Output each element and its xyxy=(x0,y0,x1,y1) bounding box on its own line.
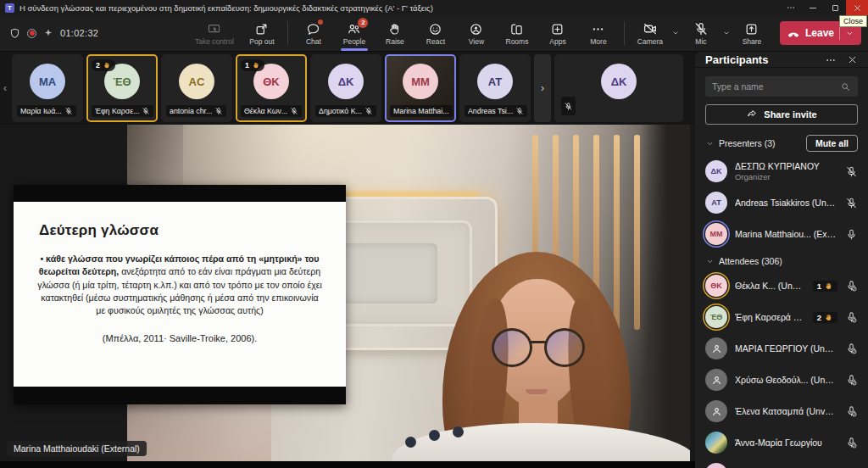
attendee-row[interactable]: AC adamos christophi... (External) xyxy=(705,462,858,468)
take-control-icon xyxy=(207,22,221,36)
mic-off-icon xyxy=(290,107,298,115)
presenter-row[interactable]: ΔΚ ΔΕΣΠΩ ΚΥΠΡΙΑΝΟΥ Organizer xyxy=(705,159,858,183)
glasses xyxy=(492,328,532,367)
maximize-button[interactable] xyxy=(824,0,846,15)
person-icon xyxy=(710,343,723,355)
more-dots-icon xyxy=(786,3,796,13)
mic-disabled-button[interactable] xyxy=(845,341,858,356)
view-button[interactable]: View xyxy=(457,15,496,51)
avatar: MA xyxy=(30,64,65,99)
camera-options-chevron[interactable] xyxy=(670,15,682,51)
share-button[interactable]: Share xyxy=(732,15,771,51)
take-control-button[interactable]: Take control xyxy=(188,15,241,51)
react-icon xyxy=(428,22,442,36)
participant-search[interactable] xyxy=(705,76,858,97)
avatar xyxy=(705,400,727,422)
mic-off-icon xyxy=(515,107,524,115)
mic-disabled-button[interactable] xyxy=(845,404,858,419)
tile-name: Δημοτικό Κ... xyxy=(319,107,362,115)
raise-hand-icon xyxy=(387,22,402,36)
mic-deny-icon xyxy=(845,280,858,292)
tile-despo-large[interactable]: ΔΚ xyxy=(554,54,683,122)
mic-off-icon xyxy=(214,107,223,115)
filmstrip-next-button[interactable]: › xyxy=(534,54,551,122)
mic-off-button[interactable] xyxy=(845,164,858,179)
shield-icon xyxy=(8,27,21,40)
mute-all-button[interactable]: Mute all xyxy=(806,135,858,152)
apps-icon xyxy=(550,22,565,36)
more-dots-icon xyxy=(825,54,837,66)
main-video-stage: Δεύτερη γλώσσα • κάθε γλώσσα που γνωρίζε… xyxy=(0,125,695,461)
people-button[interactable]: 2 People xyxy=(335,15,374,51)
slide-citation: (Μπέλλα, 2011· Saville-Troike, 2006). xyxy=(36,333,324,343)
participants-more-button[interactable] xyxy=(825,52,837,67)
pop-out-label: Pop out xyxy=(249,37,274,46)
mic-options-chevron[interactable] xyxy=(721,15,732,51)
attendee-row[interactable]: ΘΚ Θέκλα Κ... (Unverified) 1 xyxy=(705,274,858,298)
participants-title: Participants xyxy=(705,53,815,66)
close-button[interactable] xyxy=(846,0,868,15)
tile-thekla[interactable]: 1 ΘΚ Θέκλα Κων... xyxy=(236,54,307,122)
share-invite-label: Share invite xyxy=(764,109,816,120)
share-invite-button[interactable]: Share invite xyxy=(705,104,858,125)
tile-andreas[interactable]: AT Andreas Tsi... xyxy=(459,54,531,122)
avatar: AT xyxy=(705,192,727,214)
tile-dimotiko[interactable]: ΔΚ Δημοτικό Κ... xyxy=(310,54,381,122)
avatar: ΔΚ xyxy=(601,64,637,99)
react-button[interactable]: React xyxy=(416,15,455,51)
title-bar: T Η σύνδεση γλώσσας και περιεχομένου στη… xyxy=(0,0,868,15)
hand-icon xyxy=(252,61,260,70)
chevron-down-icon xyxy=(671,29,680,37)
filmstrip-prev-button[interactable]: ‹ xyxy=(2,63,8,114)
camera-button[interactable]: Camera xyxy=(631,15,670,51)
search-input[interactable] xyxy=(712,81,840,92)
attendee-row[interactable]: Άννα-Μαρία Γεωργίου xyxy=(705,431,858,454)
mic-on-button[interactable] xyxy=(845,226,858,242)
titlebar-more-button[interactable] xyxy=(780,0,802,15)
meeting-timer: 01:02:32 xyxy=(60,28,98,38)
close-icon xyxy=(853,3,862,13)
apps-button[interactable]: Apps xyxy=(538,15,577,51)
mic-off-button[interactable] xyxy=(845,195,858,210)
attendee-row[interactable]: Χρύσω Θεοδούλ... (Unverified) xyxy=(705,368,858,392)
presenter-row[interactable]: AT Andreas Tsiakkiros (Unverified) xyxy=(705,191,858,214)
mic-disabled-button[interactable] xyxy=(845,372,858,387)
collapse-chevron-icon[interactable] xyxy=(705,139,715,148)
minimize-button[interactable] xyxy=(802,0,824,15)
collapse-chevron-icon[interactable] xyxy=(705,257,715,266)
toolbar-divider xyxy=(624,21,625,45)
participant-name: Έφη Καρσερά Θεοδ... xyxy=(735,312,805,322)
react-label: React xyxy=(426,37,445,46)
meeting-stage: ‹ MA Μαρία Ιωά... 2 ΈΘ Έφη Καρσε... AC a… xyxy=(0,52,695,468)
participant-name: Marina Matthaiou... (External) xyxy=(735,229,837,239)
pop-out-button[interactable]: Pop out xyxy=(242,15,281,51)
tile-marina[interactable]: MM Marina Matthai... xyxy=(385,54,456,122)
rooms-button[interactable]: Rooms xyxy=(498,15,537,51)
mic-disabled-button[interactable] xyxy=(845,435,858,450)
sparkle-icon xyxy=(42,27,54,39)
slide-title: Δεύτερη γλώσσα xyxy=(36,222,324,239)
mic-button[interactable]: Mic xyxy=(682,15,721,51)
mic-disabled-button[interactable] xyxy=(845,309,858,325)
participant-role: Organizer xyxy=(735,172,837,181)
leave-label: Leave xyxy=(805,27,834,39)
person-icon xyxy=(710,374,723,387)
participants-close-button[interactable] xyxy=(847,52,858,67)
presenter-row[interactable]: MM Marina Matthaiou... (External) xyxy=(705,222,858,246)
people-label: People xyxy=(343,37,365,46)
teams-logo-icon: T xyxy=(5,3,14,13)
mic-disabled-button[interactable] xyxy=(845,278,858,293)
attendee-row[interactable]: ΜΑΡΙΑ ΓΕΩΡΓΙΟΥ (Unverified) xyxy=(705,337,858,360)
chat-button[interactable]: Chat xyxy=(294,15,333,51)
close-tooltip: Close xyxy=(839,15,867,27)
tile-efi[interactable]: 2 ΈΘ Έφη Καρσε... xyxy=(86,54,158,122)
tile-antonia[interactable]: AC antonia chr... xyxy=(161,54,232,122)
leave-options-chevron-icon[interactable] xyxy=(845,29,854,38)
take-control-label: Take control xyxy=(195,37,234,46)
tile-maria[interactable]: MA Μαρία Ιωά... xyxy=(12,54,83,122)
raise-button[interactable]: Raise xyxy=(376,15,415,51)
more-button[interactable]: More xyxy=(579,15,618,51)
attendee-row[interactable]: Έλενα Κατσαμπά (Unverified) xyxy=(705,399,858,423)
attendee-row[interactable]: ΈΘ Έφη Καρσερά Θεοδ... 2 xyxy=(705,305,858,329)
chat-notification-badge xyxy=(318,20,323,25)
